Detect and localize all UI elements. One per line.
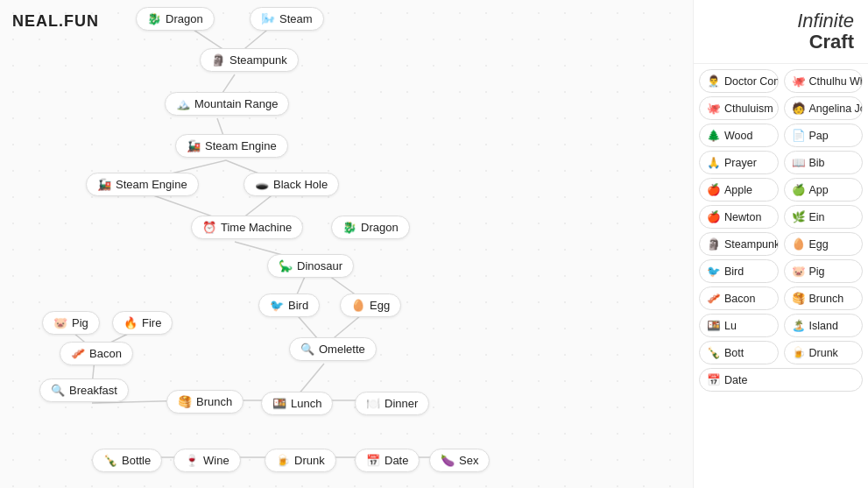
sidebar-item-label: Newton [724,211,761,223]
craft-node-timemachine1[interactable]: ⏰Time Machine [191,216,303,239]
sidebar-item[interactable]: 📖Bib [784,151,864,174]
sidebar-item[interactable]: 🏝️Island [784,314,864,337]
craft-node-lunch1[interactable]: 🍱Lunch [261,392,333,415]
sidebar-item-emoji: 🐙 [792,74,806,88]
sidebar-item[interactable]: 🐙Cthulhu Who [784,69,864,93]
sidebar-item-emoji: 🐙 [707,102,721,115]
sidebar-item[interactable]: 🧑Angelina Jolie [784,96,864,120]
sidebar-item-emoji: 🧑 [792,102,806,115]
sidebar-item-emoji: 🐦 [707,265,721,278]
item-emoji: 🍱 [272,397,286,410]
item-label: Egg [370,299,390,312]
item-emoji: 🚂 [187,139,201,152]
sidebar-item-emoji: 📅 [707,373,721,386]
sidebar-item-label: Doctor Commu [724,75,779,88]
sidebar-item-emoji: 🌿 [792,210,806,223]
sidebar-title: Infinite Craft [797,11,854,53]
sidebar-header: Infinite Craft [694,0,868,64]
craft-node-breakfast1[interactable]: 🔍Breakfast [39,378,129,402]
item-emoji: 🔍 [51,384,65,397]
sidebar-item[interactable]: 🙏Prayer [699,151,779,174]
sidebar-item[interactable]: 🌿Ein [784,205,864,229]
craft-node-pig1[interactable]: 🐷Pig [42,311,100,335]
craft-node-bird1[interactable]: 🐦Bird [258,294,320,317]
craft-node-date1[interactable]: 📅Date [355,449,420,472]
sidebar-item[interactable]: 🍺Drunk [784,341,864,364]
craft-node-drunk1[interactable]: 🍺Drunk [265,449,336,472]
item-emoji: 🥓 [71,347,85,360]
sidebar-item-label: Prayer [724,157,757,169]
craft-node-dinosaur1[interactable]: 🦕Dinosaur [267,254,354,278]
item-emoji: 🍺 [276,454,290,467]
sidebar-item[interactable]: 🍎Apple [699,178,779,202]
sidebar-item-label: Steampunk [724,238,779,251]
item-emoji: 🕳️ [255,178,269,191]
sidebar-item[interactable]: 📄Pap [784,124,864,147]
sidebar-item[interactable]: 🥞Brunch [784,286,864,310]
craft-node-dinner1[interactable]: 🍽️Dinner [355,392,429,415]
item-emoji: 🍽️ [366,397,380,410]
sidebar-item-label: Island [809,320,838,332]
sidebar-item[interactable]: 👨‍⚕️Doctor Commu [699,69,779,93]
craft-node-bottle1[interactable]: 🍾Bottle [92,449,162,472]
item-label: Steam Engine [205,139,277,152]
sidebar-item-emoji: 📄 [792,129,806,142]
sidebar-row: 🍎Apple🍏App [694,176,868,203]
sidebar-item-emoji: 👨‍⚕️ [707,74,721,88]
sidebar-item-emoji: 🐷 [792,265,806,278]
item-emoji: 🥚 [351,299,365,312]
craft-node-fire1[interactable]: 🔥Fire [112,311,173,335]
sidebar-item[interactable]: 📅Date [699,368,863,392]
item-label: Dragon [361,221,399,234]
sidebar-item[interactable]: 🍏App [784,178,864,202]
sidebar-item-emoji: 📖 [792,156,806,169]
item-label: Brunch [196,395,232,408]
sidebar-row: 🍾Bott🍺Drunk [694,339,868,366]
connection-lines [0,0,693,488]
sidebar-item[interactable]: 🌲Wood [699,124,779,147]
craft-node-dragon1[interactable]: 🐉Dragon [136,7,215,31]
craft-node-steam1[interactable]: 🌬️Steam [250,7,324,31]
sidebar-item[interactable]: 🍱Lu [699,314,779,337]
item-emoji: 🍷 [185,454,199,467]
craft-node-bacon1[interactable]: 🥓Bacon [60,342,133,365]
craft-node-steamengine2[interactable]: 🚂Steam Engine [86,173,199,196]
craft-node-dragon2[interactable]: 🐉Dragon [331,216,410,239]
item-emoji: 🐦 [270,299,284,312]
sidebar-item[interactable]: 🐷Pig [784,259,864,283]
sidebar-item-label: Apple [724,184,752,196]
sidebar-row: 🐦Bird🐷Pig [694,258,868,285]
sidebar-item-emoji: 🍾 [707,346,721,359]
item-label: Steam Engine [116,178,187,191]
craft-node-mountain1[interactable]: 🏔️Mountain Range [165,92,289,116]
craft-node-brunch1[interactable]: 🥞Brunch [166,390,243,414]
sidebar-item[interactable]: 🥚Egg [784,232,864,256]
item-emoji: 🦕 [279,259,293,272]
sidebar-item-emoji: 🥞 [792,292,806,305]
craft-node-steamengine1[interactable]: 🚂Steam Engine [175,134,288,158]
craft-node-omelette1[interactable]: 🔍Omelette [289,337,377,361]
sidebar-item[interactable]: 🐦Bird [699,259,779,283]
sidebar-item[interactable]: 🥓Bacon [699,286,779,310]
item-label: Black Hole [273,178,328,191]
item-emoji: 🔍 [300,343,314,356]
craft-node-wine1[interactable]: 🍷Wine [173,449,241,472]
item-label: Sex [459,454,478,467]
sidebar-item[interactable]: 🗿Steampunk [699,232,779,256]
sidebar-item-emoji: 🗿 [707,237,721,251]
craft-node-blackhole1[interactable]: 🕳️Black Hole [243,173,339,196]
sidebar-item[interactable]: 🐙Cthuluism [699,96,779,120]
sidebar-row: 🌲Wood📄Pap [694,122,868,149]
sidebar-item[interactable]: 🍾Bott [699,341,779,364]
craft-node-egg1[interactable]: 🥚Egg [340,294,401,317]
craft-node-sex1[interactable]: 🍆Sex [429,449,490,472]
sidebar-item[interactable]: 🍎Newton [699,205,779,229]
craft-node-steampunk1[interactable]: 🗿Steampunk [200,48,299,72]
item-label: Bird [288,299,308,312]
item-label: Lunch [291,397,321,410]
sidebar-list[interactable]: 👨‍⚕️Doctor Commu🐙Cthulhu Who🐙Cthuluism🧑A… [694,64,868,488]
craft-canvas[interactable]: NEAL.FUN 🐉Dragon🌬️Steam🗿Steampunk🏔️Mount… [0,0,693,488]
sidebar-item-emoji: 🥓 [707,292,721,305]
sidebar-item-emoji: 🏝️ [792,319,806,332]
sidebar-row: 🍎Newton🌿Ein [694,203,868,230]
